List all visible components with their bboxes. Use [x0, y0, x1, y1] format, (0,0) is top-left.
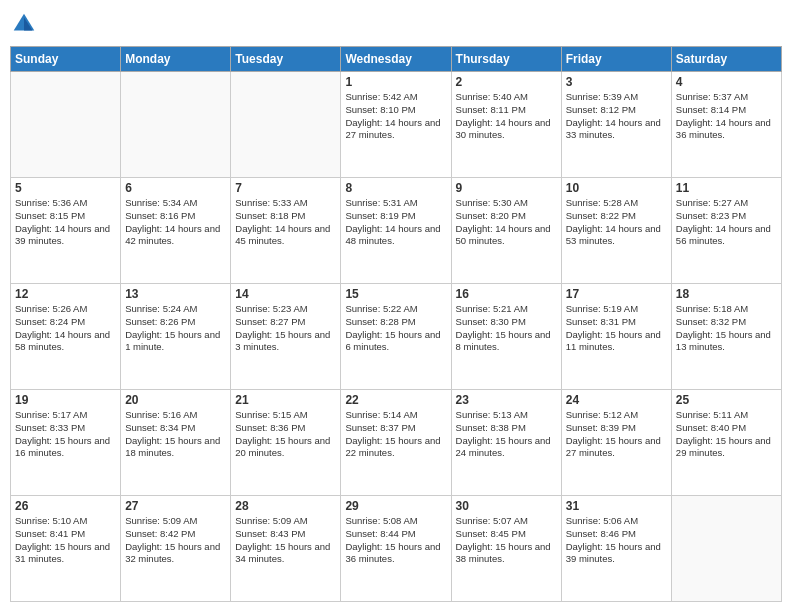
- day-number: 16: [456, 287, 557, 301]
- day-number: 9: [456, 181, 557, 195]
- day-info: Sunrise: 5:26 AM Sunset: 8:24 PM Dayligh…: [15, 303, 116, 354]
- calendar-cell: 30Sunrise: 5:07 AM Sunset: 8:45 PM Dayli…: [451, 496, 561, 602]
- day-number: 25: [676, 393, 777, 407]
- calendar-week-row: 12Sunrise: 5:26 AM Sunset: 8:24 PM Dayli…: [11, 284, 782, 390]
- day-info: Sunrise: 5:40 AM Sunset: 8:11 PM Dayligh…: [456, 91, 557, 142]
- calendar-cell: 26Sunrise: 5:10 AM Sunset: 8:41 PM Dayli…: [11, 496, 121, 602]
- calendar-cell: 24Sunrise: 5:12 AM Sunset: 8:39 PM Dayli…: [561, 390, 671, 496]
- page: SundayMondayTuesdayWednesdayThursdayFrid…: [0, 0, 792, 612]
- day-info: Sunrise: 5:42 AM Sunset: 8:10 PM Dayligh…: [345, 91, 446, 142]
- day-info: Sunrise: 5:21 AM Sunset: 8:30 PM Dayligh…: [456, 303, 557, 354]
- calendar-cell: 20Sunrise: 5:16 AM Sunset: 8:34 PM Dayli…: [121, 390, 231, 496]
- day-number: 14: [235, 287, 336, 301]
- day-number: 1: [345, 75, 446, 89]
- day-number: 21: [235, 393, 336, 407]
- calendar-cell: 4Sunrise: 5:37 AM Sunset: 8:14 PM Daylig…: [671, 72, 781, 178]
- calendar-header-row: SundayMondayTuesdayWednesdayThursdayFrid…: [11, 47, 782, 72]
- day-info: Sunrise: 5:28 AM Sunset: 8:22 PM Dayligh…: [566, 197, 667, 248]
- day-info: Sunrise: 5:36 AM Sunset: 8:15 PM Dayligh…: [15, 197, 116, 248]
- day-number: 31: [566, 499, 667, 513]
- day-info: Sunrise: 5:09 AM Sunset: 8:43 PM Dayligh…: [235, 515, 336, 566]
- day-info: Sunrise: 5:06 AM Sunset: 8:46 PM Dayligh…: [566, 515, 667, 566]
- calendar-cell: 21Sunrise: 5:15 AM Sunset: 8:36 PM Dayli…: [231, 390, 341, 496]
- day-info: Sunrise: 5:34 AM Sunset: 8:16 PM Dayligh…: [125, 197, 226, 248]
- calendar-cell: 16Sunrise: 5:21 AM Sunset: 8:30 PM Dayli…: [451, 284, 561, 390]
- calendar-cell: 18Sunrise: 5:18 AM Sunset: 8:32 PM Dayli…: [671, 284, 781, 390]
- calendar-cell: 5Sunrise: 5:36 AM Sunset: 8:15 PM Daylig…: [11, 178, 121, 284]
- day-number: 5: [15, 181, 116, 195]
- calendar-day-header: Monday: [121, 47, 231, 72]
- day-number: 13: [125, 287, 226, 301]
- calendar-cell: 3Sunrise: 5:39 AM Sunset: 8:12 PM Daylig…: [561, 72, 671, 178]
- day-number: 12: [15, 287, 116, 301]
- day-number: 2: [456, 75, 557, 89]
- day-info: Sunrise: 5:12 AM Sunset: 8:39 PM Dayligh…: [566, 409, 667, 460]
- day-info: Sunrise: 5:13 AM Sunset: 8:38 PM Dayligh…: [456, 409, 557, 460]
- day-number: 24: [566, 393, 667, 407]
- calendar-cell: [11, 72, 121, 178]
- calendar-cell: 25Sunrise: 5:11 AM Sunset: 8:40 PM Dayli…: [671, 390, 781, 496]
- calendar: SundayMondayTuesdayWednesdayThursdayFrid…: [10, 46, 782, 602]
- day-number: 17: [566, 287, 667, 301]
- day-number: 8: [345, 181, 446, 195]
- day-number: 3: [566, 75, 667, 89]
- calendar-day-header: Wednesday: [341, 47, 451, 72]
- day-info: Sunrise: 5:11 AM Sunset: 8:40 PM Dayligh…: [676, 409, 777, 460]
- day-info: Sunrise: 5:39 AM Sunset: 8:12 PM Dayligh…: [566, 91, 667, 142]
- calendar-cell: 31Sunrise: 5:06 AM Sunset: 8:46 PM Dayli…: [561, 496, 671, 602]
- day-info: Sunrise: 5:31 AM Sunset: 8:19 PM Dayligh…: [345, 197, 446, 248]
- day-number: 7: [235, 181, 336, 195]
- calendar-cell: 10Sunrise: 5:28 AM Sunset: 8:22 PM Dayli…: [561, 178, 671, 284]
- day-number: 6: [125, 181, 226, 195]
- calendar-cell: 7Sunrise: 5:33 AM Sunset: 8:18 PM Daylig…: [231, 178, 341, 284]
- calendar-cell: 1Sunrise: 5:42 AM Sunset: 8:10 PM Daylig…: [341, 72, 451, 178]
- day-info: Sunrise: 5:09 AM Sunset: 8:42 PM Dayligh…: [125, 515, 226, 566]
- calendar-cell: 12Sunrise: 5:26 AM Sunset: 8:24 PM Dayli…: [11, 284, 121, 390]
- calendar-cell: 17Sunrise: 5:19 AM Sunset: 8:31 PM Dayli…: [561, 284, 671, 390]
- day-number: 29: [345, 499, 446, 513]
- calendar-cell: [671, 496, 781, 602]
- calendar-cell: 6Sunrise: 5:34 AM Sunset: 8:16 PM Daylig…: [121, 178, 231, 284]
- day-number: 15: [345, 287, 446, 301]
- calendar-cell: 8Sunrise: 5:31 AM Sunset: 8:19 PM Daylig…: [341, 178, 451, 284]
- calendar-cell: 22Sunrise: 5:14 AM Sunset: 8:37 PM Dayli…: [341, 390, 451, 496]
- calendar-day-header: Thursday: [451, 47, 561, 72]
- calendar-cell: 27Sunrise: 5:09 AM Sunset: 8:42 PM Dayli…: [121, 496, 231, 602]
- day-number: 19: [15, 393, 116, 407]
- calendar-cell: 28Sunrise: 5:09 AM Sunset: 8:43 PM Dayli…: [231, 496, 341, 602]
- day-info: Sunrise: 5:07 AM Sunset: 8:45 PM Dayligh…: [456, 515, 557, 566]
- day-number: 23: [456, 393, 557, 407]
- logo: [10, 10, 42, 38]
- day-info: Sunrise: 5:15 AM Sunset: 8:36 PM Dayligh…: [235, 409, 336, 460]
- day-number: 30: [456, 499, 557, 513]
- calendar-cell: 13Sunrise: 5:24 AM Sunset: 8:26 PM Dayli…: [121, 284, 231, 390]
- day-info: Sunrise: 5:18 AM Sunset: 8:32 PM Dayligh…: [676, 303, 777, 354]
- day-number: 28: [235, 499, 336, 513]
- day-info: Sunrise: 5:08 AM Sunset: 8:44 PM Dayligh…: [345, 515, 446, 566]
- day-number: 4: [676, 75, 777, 89]
- day-info: Sunrise: 5:14 AM Sunset: 8:37 PM Dayligh…: [345, 409, 446, 460]
- day-info: Sunrise: 5:33 AM Sunset: 8:18 PM Dayligh…: [235, 197, 336, 248]
- day-info: Sunrise: 5:16 AM Sunset: 8:34 PM Dayligh…: [125, 409, 226, 460]
- day-number: 26: [15, 499, 116, 513]
- day-number: 20: [125, 393, 226, 407]
- calendar-day-header: Friday: [561, 47, 671, 72]
- day-info: Sunrise: 5:17 AM Sunset: 8:33 PM Dayligh…: [15, 409, 116, 460]
- calendar-cell: 29Sunrise: 5:08 AM Sunset: 8:44 PM Dayli…: [341, 496, 451, 602]
- calendar-week-row: 26Sunrise: 5:10 AM Sunset: 8:41 PM Dayli…: [11, 496, 782, 602]
- calendar-cell: 11Sunrise: 5:27 AM Sunset: 8:23 PM Dayli…: [671, 178, 781, 284]
- day-info: Sunrise: 5:24 AM Sunset: 8:26 PM Dayligh…: [125, 303, 226, 354]
- day-info: Sunrise: 5:10 AM Sunset: 8:41 PM Dayligh…: [15, 515, 116, 566]
- calendar-cell: 2Sunrise: 5:40 AM Sunset: 8:11 PM Daylig…: [451, 72, 561, 178]
- day-info: Sunrise: 5:19 AM Sunset: 8:31 PM Dayligh…: [566, 303, 667, 354]
- calendar-cell: 19Sunrise: 5:17 AM Sunset: 8:33 PM Dayli…: [11, 390, 121, 496]
- calendar-day-header: Tuesday: [231, 47, 341, 72]
- calendar-cell: 23Sunrise: 5:13 AM Sunset: 8:38 PM Dayli…: [451, 390, 561, 496]
- header: [10, 10, 782, 38]
- calendar-cell: [121, 72, 231, 178]
- calendar-week-row: 19Sunrise: 5:17 AM Sunset: 8:33 PM Dayli…: [11, 390, 782, 496]
- day-number: 18: [676, 287, 777, 301]
- calendar-week-row: 1Sunrise: 5:42 AM Sunset: 8:10 PM Daylig…: [11, 72, 782, 178]
- logo-icon: [10, 10, 38, 38]
- day-info: Sunrise: 5:22 AM Sunset: 8:28 PM Dayligh…: [345, 303, 446, 354]
